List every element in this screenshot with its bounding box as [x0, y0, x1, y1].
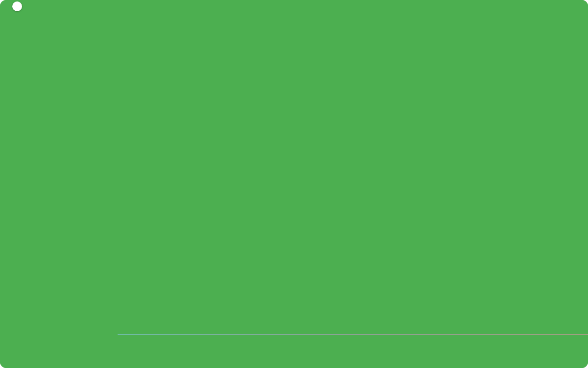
toggle-track-enable-shortcodes-strings[interactable]: [118, 35, 588, 334]
main-content: Extra Product Options Settings Reset set…: [118, 0, 588, 368]
settings-content: General InitializationFinal total boxVar…: [118, 35, 588, 334]
setting-row-enable-shortcodes-strings: Enable shortcodes in options stringsEnab…: [133, 223, 572, 270]
footer-divider: [118, 334, 588, 335]
settings-list: Disable lazy load imagesEnable this to d…: [133, 98, 572, 270]
